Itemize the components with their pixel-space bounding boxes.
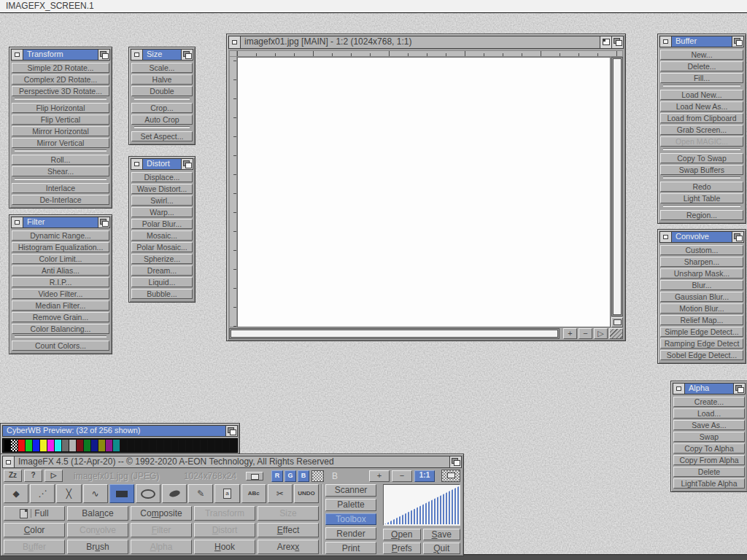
sleep-button[interactable]: Zz (4, 470, 22, 482)
depth-gadget-icon[interactable] (181, 159, 193, 169)
color-swatch[interactable] (4, 440, 11, 451)
zoom-in-button[interactable]: + (369, 470, 390, 482)
arexx-button[interactable]: Arexx (258, 540, 319, 554)
print-button[interactable]: Print (325, 542, 376, 554)
polar-blur-button[interactable]: Polar Blur... (131, 219, 193, 229)
flip-vertical-button[interactable]: Flip Vertical (12, 114, 109, 125)
color-swatch[interactable] (106, 440, 112, 451)
simple-edge-detect-button[interactable]: Simple Edge Detect... (660, 327, 743, 337)
de-interlace-button[interactable]: De-Interlace (12, 195, 109, 205)
load-button[interactable]: Load... (673, 408, 745, 419)
clipboard-tool[interactable]: a (214, 484, 239, 503)
depth-gadget-icon[interactable] (449, 456, 461, 467)
dream-button[interactable]: Dream... (131, 265, 193, 276)
blur-button[interactable]: Blur... (660, 280, 743, 290)
panel-titlebar[interactable]: Buffer (659, 36, 744, 47)
copy-to-alpha-button[interactable]: Copy To Alpha (673, 443, 745, 454)
unsharp-mask-button[interactable]: Unsharp Mask... (660, 268, 743, 279)
polar-mosaic-button[interactable]: Polar Mosaic... (131, 242, 193, 252)
depth-gadget-icon[interactable] (225, 426, 237, 436)
depth-gadget-icon[interactable] (181, 50, 193, 60)
sharpen-button[interactable]: Sharpen... (660, 257, 743, 267)
mosaic-button[interactable]: Mosaic... (131, 230, 193, 241)
lighttable-alpha-button[interactable]: LightTable Alpha (673, 478, 745, 489)
color-swatch[interactable] (128, 440, 134, 451)
ellipse-tool[interactable] (136, 484, 160, 503)
undo-button[interactable]: UNDO (294, 484, 319, 503)
color-swatch[interactable] (135, 440, 142, 451)
color-swatch[interactable] (26, 440, 32, 451)
median-filter-button[interactable]: Median Filter... (12, 300, 109, 311)
alpha-channel-button[interactable] (311, 470, 324, 482)
mirror-horizontal-button[interactable]: Mirror Horizontal (12, 126, 109, 136)
color-swatch[interactable] (208, 440, 214, 451)
create-button[interactable]: Create... (673, 397, 745, 407)
screen-grab-button[interactable] (441, 470, 460, 482)
shear-button[interactable]: Shear... (12, 166, 109, 176)
color-swatch[interactable] (142, 440, 149, 451)
load-new-as-button[interactable]: Load New As... (660, 101, 743, 112)
roll-button[interactable]: Roll... (12, 155, 109, 165)
composite-button[interactable]: Composite (131, 506, 192, 521)
bubble-button[interactable]: Bubble... (131, 289, 193, 299)
color-swatch[interactable] (113, 440, 120, 451)
simple-2d-rotate-button[interactable]: Simple 2D Rotate... (12, 63, 109, 73)
image-canvas[interactable] (237, 57, 611, 327)
color-swatch[interactable] (193, 440, 200, 451)
depth-gadget-icon[interactable] (732, 36, 743, 47)
auto-crop-button[interactable]: Auto Crop (131, 114, 193, 125)
scanner-button[interactable]: Scanner (325, 484, 376, 497)
close-icon[interactable] (660, 36, 672, 47)
panel-titlebar[interactable]: Alpha (673, 383, 746, 394)
r-i-p-button[interactable]: R.I.P... (12, 277, 109, 287)
text-tool[interactable]: ABc (241, 484, 266, 503)
perspective-3d-rotate-button[interactable]: Perspective 3D Rotate... (12, 86, 109, 96)
color-balancing-button[interactable]: Color Balancing... (12, 324, 109, 334)
flip-horizontal-button[interactable]: Flip Horizontal (12, 103, 109, 113)
palette-button[interactable]: Palette (325, 499, 376, 511)
count-colors-button[interactable]: Count Colors... (12, 341, 109, 351)
color-swatch[interactable] (157, 440, 163, 451)
panel-titlebar[interactable]: Distort (131, 158, 193, 170)
set-aspect-button[interactable]: Set Aspect... (131, 131, 193, 141)
pan-button[interactable]: ▷ (594, 328, 608, 339)
color-swatch[interactable] (62, 440, 69, 451)
help-button[interactable]: ? (24, 470, 42, 482)
horizontal-scrollbar[interactable] (229, 328, 560, 339)
gaussian-blur-button[interactable]: Gaussian Blur... (660, 292, 743, 302)
redo-button[interactable]: Redo (660, 182, 743, 192)
color-swatch[interactable] (11, 440, 18, 451)
close-icon[interactable] (673, 384, 685, 394)
color-limit-button[interactable]: Color Limit... (12, 254, 109, 264)
swap-buffers-button[interactable]: Swap Buffers (660, 165, 743, 175)
screen-titlebar[interactable]: IMAGEFX_SCREEN.1 (0, 0, 747, 13)
copy-to-swap-button[interactable]: Copy To Swap (660, 153, 743, 163)
new-button[interactable]: New... (660, 50, 743, 60)
render-button[interactable]: Render (325, 527, 376, 540)
zoom-out-button[interactable]: − (392, 470, 412, 482)
light-table-button[interactable]: Light Table (660, 193, 743, 203)
displace-button[interactable]: Displace... (131, 172, 193, 182)
balance-button[interactable]: Balance (67, 506, 128, 521)
palette-window-titlebar[interactable]: CyberWB Preview: (32 of 256 shown) (2, 425, 238, 437)
vertical-scrollbar[interactable] (611, 57, 623, 316)
histogram-equalization-button[interactable]: Histogram Equalization... (12, 242, 109, 252)
sobel-edge-detect-button[interactable]: Sobel Edge Detect... (660, 350, 743, 360)
airbrush-tool[interactable]: ⋰ (30, 484, 55, 503)
delete-button[interactable]: Delete... (660, 61, 743, 71)
depth-gadget-icon[interactable] (611, 36, 623, 48)
crop-button[interactable]: Crop... (131, 103, 193, 113)
save-as-button[interactable]: Save As... (673, 420, 745, 430)
effect-button[interactable]: Effect (258, 523, 319, 537)
zoom-gadget-icon[interactable] (600, 36, 611, 48)
color-swatch[interactable] (150, 440, 156, 451)
video-filter-button[interactable]: Video Filter... (12, 289, 109, 299)
crop-tool[interactable]: ✂ (268, 484, 293, 503)
panel-titlebar[interactable]: Filter (11, 217, 110, 228)
depth-gadget-icon[interactable] (98, 50, 109, 60)
close-icon[interactable] (131, 159, 143, 169)
point-tool[interactable]: ◆ (4, 484, 28, 503)
resize-handle[interactable] (609, 328, 623, 339)
close-icon[interactable] (3, 456, 15, 467)
spherize-button[interactable]: Spherize... (131, 254, 193, 264)
